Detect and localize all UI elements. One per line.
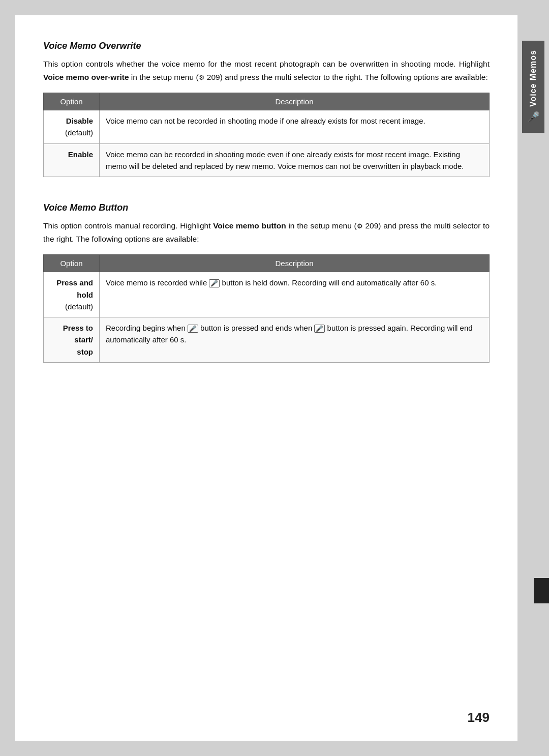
- sidebar: 🎤 Voice Memos: [517, 0, 549, 756]
- section1-bold1: Voice memo over-write: [43, 73, 129, 81]
- section2-table-header: Option Description: [44, 255, 490, 272]
- section2-row2-option: Press to start/ stop: [44, 317, 100, 363]
- main-content: Voice Memo Overwrite This option control…: [15, 15, 517, 741]
- sidebar-label: Voice Memos: [529, 50, 538, 107]
- section1-table-header: Option Description: [44, 93, 490, 110]
- section2-title: Voice Memo Button: [43, 202, 490, 213]
- section-voice-memo-button: Voice Memo Button This option controls m…: [43, 202, 490, 363]
- section1-col-option: Option: [44, 93, 100, 110]
- section2-row2-desc: Recording begins when 🎤 button is presse…: [100, 317, 490, 363]
- setup-icon-1: ⚙: [199, 74, 205, 81]
- section1-row1-option: Disable (default): [44, 110, 100, 144]
- section2-text2: in the setup menu (: [286, 221, 357, 230]
- page-number: 149: [468, 710, 490, 725]
- section1-row2-option: Enable: [44, 143, 100, 177]
- section1-col-desc: Description: [100, 93, 490, 110]
- spacer: [43, 192, 490, 202]
- section2-body: This option controls manual recording. H…: [43, 219, 490, 245]
- table-row: Enable Voice memo can be recorded in sho…: [44, 143, 490, 177]
- section2-table: Option Description Press and hold (defau…: [43, 254, 490, 363]
- table-row: Press and hold (default) Voice memo is r…: [44, 272, 490, 317]
- sidebar-tab-voice-memos: 🎤 Voice Memos: [522, 41, 544, 133]
- section2-row1-desc: Voice memo is recorded while 🎤 button is…: [100, 272, 490, 317]
- mic-icon-3: 🎤: [314, 325, 325, 333]
- section1-row1-desc: Voice memo can not be recorded in shooti…: [100, 110, 490, 144]
- section1-text3: 209) and press the multi selector to the…: [205, 73, 488, 81]
- section1-table: Option Description Disable (default) Voi…: [43, 93, 490, 177]
- sidebar-black-tab: [534, 578, 549, 603]
- section2-bold1: Voice memo button: [213, 221, 286, 230]
- section1-body: This option controls whether the voice m…: [43, 57, 490, 83]
- section2-text1: This option controls manual recording. H…: [43, 221, 213, 230]
- mic-icon-1: 🎤: [209, 279, 220, 287]
- table-row: Disable (default) Voice memo can not be …: [44, 110, 490, 144]
- mic-icon-sidebar: 🎤: [527, 111, 539, 124]
- table-row: Press to start/ stop Recording begins wh…: [44, 317, 490, 363]
- section1-text2: in the setup menu (: [129, 73, 199, 81]
- page-container: Voice Memo Overwrite This option control…: [0, 0, 549, 756]
- section1-text1: This option controls whether the voice m…: [43, 60, 490, 68]
- section2-col-desc: Description: [100, 255, 490, 272]
- setup-icon-2: ⚙: [357, 222, 363, 230]
- section2-col-option: Option: [44, 255, 100, 272]
- section-voice-memo-overwrite: Voice Memo Overwrite This option control…: [43, 41, 490, 177]
- section2-row1-option: Press and hold (default): [44, 272, 100, 317]
- section1-title: Voice Memo Overwrite: [43, 41, 490, 51]
- mic-icon-2: 🎤: [188, 325, 198, 333]
- section1-row2-desc: Voice memo can be recorded in shooting m…: [100, 143, 490, 177]
